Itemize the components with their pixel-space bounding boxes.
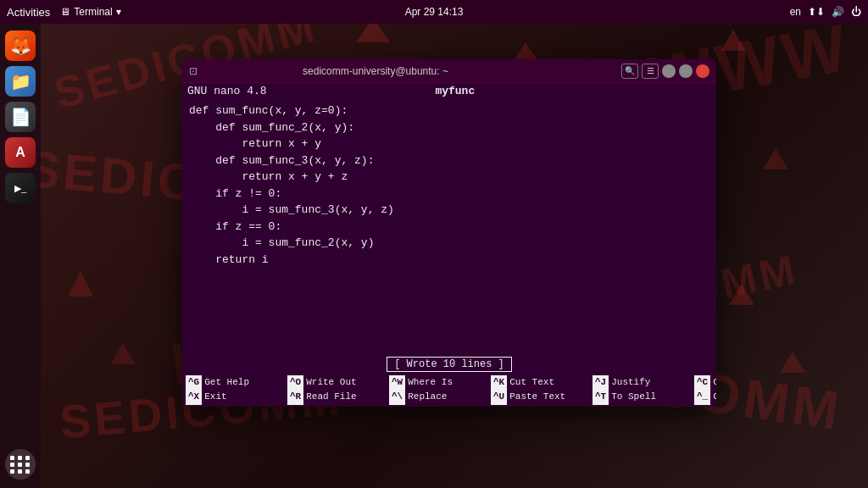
shortcut-label: Justify (611, 375, 650, 391)
svg-marker-7 (110, 343, 136, 364)
shortcut-item: ^KCut Text (491, 375, 593, 391)
nano-editor: GNU nano 4.8 myfunc def sum_func(x, y, z… (182, 83, 716, 407)
close-button[interactable] (696, 64, 709, 78)
show-applications-button[interactable] (5, 449, 36, 480)
shortcut-label: Get Help (204, 375, 249, 391)
nano-shortcuts-row: ^GGet Help^OWrite Out^WWhere Is^KCut Tex… (186, 375, 713, 391)
shortcut-key: ^R (287, 390, 303, 405)
topbar-left: Activities 🖥 Terminal ▾ (7, 6, 121, 19)
shortcut-key: ^J (593, 375, 609, 391)
activities-button[interactable]: Activities (7, 6, 50, 19)
dock-icon-files[interactable]: 📁 (5, 66, 36, 97)
svg-marker-9 (780, 352, 805, 373)
shortcut-item: ^XExit (186, 390, 287, 405)
shortcut-item: ^GGet Help (186, 375, 287, 391)
terminal-icon: 🖥 (60, 6, 70, 18)
terminal-menu[interactable]: 🖥 Terminal ▾ (60, 6, 120, 18)
shortcut-label: Exit (204, 390, 226, 405)
shortcut-label: Where Is (408, 375, 453, 391)
shortcut-key: ^_ (694, 390, 710, 405)
titlebar-left: ⊡ (189, 65, 198, 77)
nano-status-message: [ Wrote 10 lines ] (387, 357, 512, 372)
shortcut-label: Replace (408, 390, 447, 405)
dock-icon-firefox[interactable]: 🦊 (5, 30, 36, 61)
shortcut-label: Paste Text (509, 390, 565, 405)
power-icon[interactable]: ⏻ (851, 6, 861, 18)
shortcut-key: ^G (186, 375, 202, 391)
svg-marker-6 (68, 271, 93, 297)
nano-version: GNU nano 4.8 (187, 85, 267, 97)
apps-grid-icon (10, 456, 31, 474)
nano-shortcuts-row: ^XExit^RRead File^\Replace^UPaste Text^T… (186, 390, 713, 405)
terminal-menu-label: Terminal (74, 6, 112, 18)
dock-bottom (5, 449, 36, 480)
shortcut-key: ^O (287, 375, 303, 391)
shortcut-label: Write Out (306, 375, 356, 391)
shortcut-key: ^U (491, 390, 507, 405)
terminal-dropdown-icon: ▾ (116, 6, 121, 18)
shortcut-item: ^OWrite Out (287, 375, 389, 391)
menu-button[interactable]: ☰ (642, 64, 659, 79)
shortcut-label: Go To Line (713, 390, 716, 405)
titlebar-controls: 🔍 ☰ (621, 64, 709, 79)
svg-marker-5 (763, 148, 788, 169)
shortcut-key: ^\ (389, 390, 405, 405)
shortcut-item: ^UPaste Text (491, 390, 593, 405)
volume-icon[interactable]: 🔊 (832, 6, 844, 18)
shortcut-label: Cur Pos (713, 375, 716, 391)
shortcut-key: ^T (593, 390, 609, 405)
shortcut-item: ^_Go To Line (694, 390, 716, 405)
terminal-window-icon: ⊡ (189, 65, 198, 77)
shortcut-label: To Spell (611, 390, 656, 405)
shortcut-key: ^X (186, 390, 202, 405)
language-indicator[interactable]: en (790, 6, 801, 18)
nano-filename: myfunc (435, 85, 475, 97)
shortcut-item: ^WWhere Is (389, 375, 491, 391)
shortcut-label: Cut Text (509, 375, 554, 391)
minimize-button[interactable] (662, 64, 676, 78)
nano-status-bar: [ Wrote 10 lines ] (182, 355, 716, 374)
nano-header: GNU nano 4.8 myfunc (182, 83, 716, 99)
shortcut-key: ^K (491, 375, 507, 391)
nano-shortcuts: ^GGet Help^OWrite Out^WWhere Is^KCut Tex… (182, 374, 716, 407)
dock: 🦊 📁 📄 A ▶_ (0, 24, 41, 488)
shortcut-item: ^TTo Spell (593, 390, 694, 405)
shortcut-key: ^W (389, 375, 405, 391)
shortcut-item: ^CCur Pos (694, 375, 716, 391)
terminal-titlebar: ⊡ sedicomm-university@ubuntu: ~ 🔍 ☰ (182, 59, 716, 83)
dock-icon-terminal[interactable]: ▶_ (5, 173, 36, 203)
terminal-window: ⊡ sedicomm-university@ubuntu: ~ 🔍 ☰ GNU … (182, 59, 716, 407)
shortcut-item: ^RRead File (287, 390, 389, 405)
search-button[interactable]: 🔍 (621, 64, 638, 79)
shortcut-item: ^JJustify (593, 375, 694, 391)
maximize-button[interactable] (679, 64, 693, 78)
dock-icon-software[interactable]: A (5, 137, 36, 168)
shortcut-key: ^C (694, 375, 710, 391)
shortcut-item: ^\Replace (389, 390, 491, 405)
topbar-datetime: Apr 29 14:13 (405, 6, 464, 18)
topbar-right: en ⬆⬇ 🔊 ⏻ (790, 6, 861, 18)
nano-code-area[interactable]: def sum_func(x, y, z=0): def sum_func_2(… (182, 99, 716, 355)
network-icon: ⬆⬇ (808, 6, 825, 18)
shortcut-label: Read File (306, 390, 356, 405)
topbar: Activities 🖥 Terminal ▾ Apr 29 14:13 en … (0, 0, 868, 24)
dock-icon-text-editor[interactable]: 📄 (5, 102, 36, 132)
terminal-window-title: sedicomm-university@ubuntu: ~ (198, 65, 554, 77)
